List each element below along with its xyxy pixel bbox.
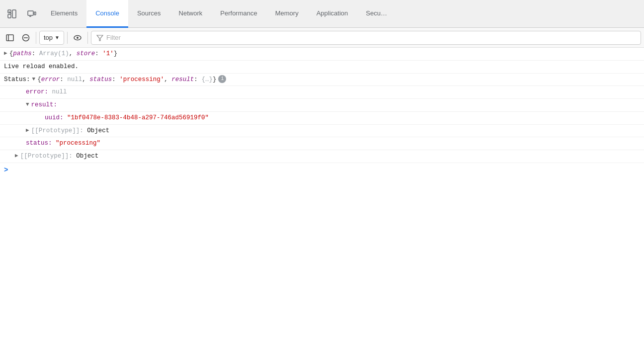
toolbar-divider-2 — [67, 32, 68, 44]
prototype2-label: [[Prototype]]: — [20, 152, 73, 161]
sidebar-icon — [6, 34, 14, 42]
console-line-uuid: uuid: "1bf0478e-8383-4b48-a297-746ad5691… — [0, 112, 644, 125]
result-key: result: — [31, 100, 58, 110]
svg-rect-6 — [6, 35, 13, 41]
clear-icon — [22, 34, 30, 42]
tab-security[interactable]: Secu… — [357, 0, 396, 28]
clear-console-btn[interactable] — [19, 31, 33, 45]
console-text-livereload: Live reload enabled. — [4, 62, 79, 72]
eye-toggle-btn[interactable] — [71, 31, 84, 45]
tab-performance[interactable]: Performance — [211, 0, 266, 28]
prototype2-val: Object — [76, 152, 98, 161]
context-value: top — [44, 34, 53, 41]
prototype1-label: [[Prototype]]: — [31, 126, 83, 136]
tab-bar: Elements Console Sources Network Perform… — [0, 0, 644, 28]
console-line-prototype2[interactable]: ▶ [[Prototype]]: Object — [0, 150, 644, 163]
filter-input-container[interactable]: Filter — [91, 31, 641, 45]
expand-arrow-proto2[interactable]: ▶ — [15, 152, 18, 160]
inspect-icon-btn[interactable] — [2, 0, 22, 28]
context-dropdown-icon: ▼ — [55, 35, 60, 40]
device-toggle-btn[interactable] — [22, 0, 42, 28]
console-line-status[interactable]: Status: ▼ {error: null, status: 'process… — [0, 74, 644, 86]
console-line-prototype1[interactable]: ▶ [[Prototype]]: Object — [0, 125, 644, 138]
status-prefix: Status: — [4, 75, 30, 85]
context-selector[interactable]: top ▼ — [39, 31, 64, 45]
svg-rect-2 — [12, 10, 16, 18]
console-line-livereload: Live reload enabled. — [0, 61, 644, 74]
uuid-key: uuid: — [45, 113, 64, 123]
info-badge[interactable]: i — [218, 75, 226, 83]
expand-arrow-status[interactable]: ▼ — [32, 75, 36, 84]
tab-sources[interactable]: Sources — [128, 0, 170, 28]
toolbar-divider-3 — [87, 32, 88, 44]
filter-placeholder: Filter — [106, 34, 121, 41]
toolbar-divider-1 — [36, 32, 36, 44]
status-obj: {error: null, status: 'processing', resu… — [37, 75, 216, 85]
sidebar-toggle-btn[interactable] — [3, 31, 17, 45]
tab-console[interactable]: Console — [86, 0, 128, 28]
console-output: ▶ {paths: Array(1), store: '1'} Live rel… — [0, 48, 644, 345]
eye-icon — [73, 33, 82, 42]
svg-rect-1 — [8, 14, 11, 18]
console-toolbar: top ▼ Filter — [0, 28, 644, 48]
tab-memory[interactable]: Memory — [266, 0, 308, 28]
console-line-error: error: null — [0, 86, 644, 99]
console-line-result[interactable]: ▼ result: — [0, 99, 644, 112]
device-icon — [27, 9, 36, 18]
svg-marker-12 — [97, 35, 103, 41]
prototype1-val: Object — [87, 126, 109, 136]
error-val: null — [52, 87, 67, 97]
console-line-status2: status: "processing" — [0, 137, 644, 150]
cursor-chevron-icon: > — [4, 166, 8, 174]
uuid-val: "1bf0478e-8383-4b48-a297-746ad56919f0" — [67, 113, 209, 123]
expand-arrow-proto1[interactable]: ▶ — [26, 126, 29, 135]
tab-network[interactable]: Network — [170, 0, 212, 28]
tab-elements[interactable]: Elements — [42, 0, 86, 28]
error-key: error: — [26, 87, 48, 97]
expand-arrow-result[interactable]: ▼ — [26, 100, 29, 109]
status-key2: status: — [26, 139, 52, 148]
inspect-icon — [7, 9, 16, 18]
svg-rect-3 — [28, 11, 33, 15]
expand-arrow-paths[interactable]: ▶ — [4, 49, 7, 58]
console-line-paths[interactable]: ▶ {paths: Array(1), store: '1'} — [0, 48, 644, 61]
status-val2: "processing" — [56, 139, 100, 148]
console-text-paths: {paths: Array(1), store: '1'} — [9, 49, 118, 59]
filter-icon — [96, 34, 103, 41]
console-cursor-line[interactable]: > — [0, 163, 644, 177]
tab-application[interactable]: Application — [308, 0, 357, 28]
svg-point-11 — [77, 37, 79, 39]
svg-rect-4 — [34, 12, 36, 15]
